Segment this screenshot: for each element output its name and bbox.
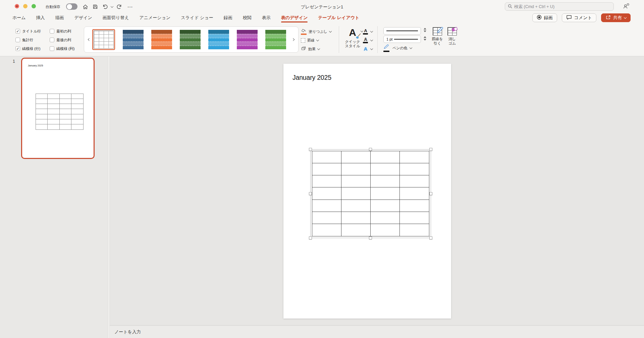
table-style-medium-purple[interactable] bbox=[237, 30, 258, 49]
table-cell[interactable] bbox=[400, 200, 429, 212]
table-cell[interactable] bbox=[400, 151, 429, 163]
selection-handle[interactable] bbox=[309, 148, 312, 151]
search-box[interactable] bbox=[505, 2, 614, 11]
table-style-medium-green[interactable] bbox=[265, 30, 286, 49]
selection-handle[interactable] bbox=[429, 148, 432, 151]
checkbox-縞模様 (行)[interactable]: ✓縞模様 (行) bbox=[15, 46, 50, 51]
share-button[interactable]: 共有 bbox=[601, 13, 631, 22]
table-cell[interactable] bbox=[341, 175, 371, 187]
table-cell[interactable] bbox=[312, 224, 341, 236]
table-cell[interactable] bbox=[341, 163, 371, 175]
slide-title[interactable]: January 2025 bbox=[292, 74, 331, 81]
checkbox-最後の列[interactable]: 最後の列 bbox=[50, 38, 84, 43]
tab-表のデザイン[interactable]: 表のデザイン bbox=[281, 13, 308, 23]
save-icon[interactable] bbox=[92, 3, 99, 10]
search-input[interactable] bbox=[514, 4, 611, 9]
undo-dropdown-chevron-icon[interactable] bbox=[110, 3, 114, 10]
redo-icon[interactable] bbox=[116, 3, 123, 10]
table-cell[interactable] bbox=[371, 200, 400, 212]
effects-button[interactable]: 効果 bbox=[301, 45, 331, 53]
tab-デザイン[interactable]: デザイン bbox=[74, 13, 92, 23]
tab-録画[interactable]: 録画 bbox=[224, 13, 232, 23]
tab-表示[interactable]: 表示 bbox=[262, 13, 271, 23]
table-cell[interactable] bbox=[341, 151, 371, 163]
selection-handle[interactable] bbox=[309, 236, 312, 239]
close-window-button[interactable] bbox=[15, 4, 19, 8]
comments-button[interactable]: コメント bbox=[562, 13, 596, 22]
table-style-medium-orange[interactable] bbox=[151, 30, 172, 49]
notes-bar[interactable]: ノートを入力 bbox=[110, 325, 644, 338]
more-commands-icon[interactable]: ⋯ bbox=[127, 3, 133, 10]
pen-color-button[interactable]: ペンの色 bbox=[383, 44, 412, 52]
table-style-plain-grid[interactable] bbox=[92, 29, 115, 50]
text-effects-button[interactable]: A bbox=[363, 45, 373, 53]
line-style-stepper[interactable] bbox=[424, 28, 426, 32]
table-cell[interactable] bbox=[341, 224, 371, 236]
eraser-button[interactable]: 消し ゴム bbox=[445, 27, 459, 46]
table-cell[interactable] bbox=[371, 151, 400, 163]
borders-button[interactable]: 罫線 bbox=[301, 36, 331, 45]
checkbox-最初の列[interactable]: 最初の列 bbox=[50, 29, 84, 34]
table-cell[interactable] bbox=[312, 163, 341, 175]
table-selection-frame[interactable] bbox=[310, 149, 431, 238]
table-style-medium-light-blue[interactable] bbox=[208, 30, 229, 49]
table-cell[interactable] bbox=[371, 175, 400, 187]
table-cell[interactable] bbox=[341, 187, 371, 200]
selection-handle[interactable] bbox=[369, 236, 372, 239]
tab-描画[interactable]: 描画 bbox=[55, 13, 64, 23]
slide-canvas[interactable]: January 2025 bbox=[110, 56, 644, 325]
text-fill-button[interactable]: A bbox=[363, 27, 373, 36]
record-button[interactable]: 録画 bbox=[532, 13, 557, 22]
presence-icon[interactable] bbox=[623, 3, 629, 10]
home-icon[interactable] bbox=[82, 3, 89, 10]
table-cell[interactable] bbox=[400, 163, 429, 175]
quick-styles-button[interactable]: A クイック スタイル bbox=[343, 26, 362, 48]
selection-handle[interactable] bbox=[369, 148, 372, 151]
line-weight-control[interactable]: 1 pt bbox=[383, 36, 421, 43]
tab-ホーム[interactable]: ホーム bbox=[12, 13, 26, 23]
gallery-scroll-right[interactable] bbox=[291, 27, 296, 52]
tab-挿入[interactable]: 挿入 bbox=[36, 13, 45, 23]
table-style-medium-dark-green[interactable] bbox=[180, 30, 201, 49]
table-style-medium-dark-blue[interactable] bbox=[123, 30, 144, 49]
table-cell[interactable] bbox=[371, 163, 400, 175]
table-cell[interactable] bbox=[341, 200, 371, 212]
text-outline-button[interactable]: A bbox=[363, 36, 373, 45]
tab-スライド ショー[interactable]: スライド ショー bbox=[181, 13, 213, 23]
tab-校閲[interactable]: 校閲 bbox=[243, 13, 252, 23]
shading-button[interactable]: 塗りつぶし bbox=[301, 27, 331, 36]
table-cell[interactable] bbox=[371, 212, 400, 224]
selection-handle[interactable] bbox=[309, 192, 312, 195]
table-cell[interactable] bbox=[312, 175, 341, 187]
slide[interactable]: January 2025 bbox=[283, 64, 451, 319]
line-style-control[interactable] bbox=[383, 27, 421, 35]
table-cell[interactable] bbox=[371, 224, 400, 236]
line-weight-stepper[interactable] bbox=[424, 36, 426, 41]
autosave-toggle[interactable] bbox=[66, 3, 77, 10]
table-cell[interactable] bbox=[400, 187, 429, 200]
table-cell[interactable] bbox=[312, 200, 341, 212]
selection-handle[interactable] bbox=[429, 192, 432, 195]
tab-アニメーション[interactable]: アニメーション bbox=[139, 13, 170, 23]
table-cell[interactable] bbox=[400, 175, 429, 187]
checkbox-タイトル行[interactable]: ✓タイトル行 bbox=[15, 29, 50, 34]
slide-thumbnail[interactable]: January 2025 bbox=[21, 58, 95, 159]
selection-handle[interactable] bbox=[429, 236, 432, 239]
tab-テーブル レイアウト[interactable]: テーブル レイアウト bbox=[318, 13, 359, 23]
zoom-window-button[interactable] bbox=[32, 4, 36, 8]
draw-borders-button[interactable]: 罫線を 引く bbox=[430, 27, 444, 46]
table-cell[interactable] bbox=[312, 187, 341, 200]
table-cell[interactable] bbox=[400, 212, 429, 224]
table-cell[interactable] bbox=[400, 224, 429, 236]
minimize-window-button[interactable] bbox=[23, 4, 28, 8]
table-cell[interactable] bbox=[341, 212, 371, 224]
checkbox-縞模様 (列)[interactable]: 縞模様 (列) bbox=[50, 46, 84, 51]
table-cell[interactable] bbox=[371, 187, 400, 200]
gallery-scroll-left[interactable] bbox=[87, 27, 92, 52]
checkbox-集計行[interactable]: 集計行 bbox=[15, 38, 50, 43]
undo-icon[interactable] bbox=[102, 3, 108, 10]
table-cell[interactable] bbox=[312, 151, 341, 163]
tab-画面切り替え[interactable]: 画面切り替え bbox=[103, 13, 129, 23]
table-cell[interactable] bbox=[312, 212, 341, 224]
share-icon bbox=[605, 15, 611, 21]
